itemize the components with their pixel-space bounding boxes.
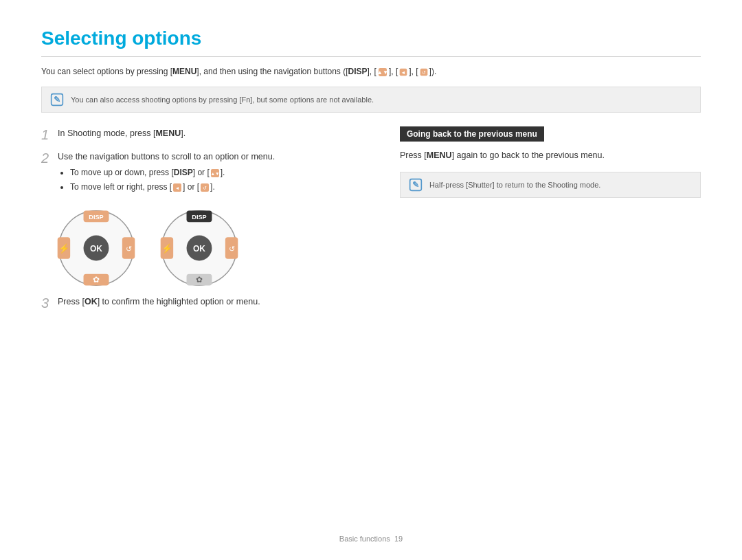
svg-text:◄: ◄ — [175, 186, 180, 190]
svg-text:✎: ✎ — [412, 180, 419, 189]
step-2-num: 2 — [41, 150, 52, 166]
previous-menu-text: Press [MENU] again to go back to the pre… — [400, 148, 701, 162]
note-text-2: Half-press [Shutter] to return to the Sh… — [429, 181, 600, 189]
intro-text: You can select options by pressing [MENU… — [41, 65, 701, 78]
page-title: Selecting options — [41, 27, 701, 49]
note-box-2: ✎ Half-press [Shutter] to return to the … — [400, 172, 701, 198]
svg-text:↺: ↺ — [422, 69, 426, 75]
step-2: 2 Use the navigation buttons to scroll t… — [41, 150, 372, 195]
step-1: 1 In Shooting mode, press [MENU]. — [41, 126, 372, 143]
footer-text: Basic functions — [339, 535, 390, 543]
note-text-1: You can also access shooting options by … — [71, 96, 374, 104]
dial-2: DISP ✿ ⚡ ↺ OK — [158, 207, 240, 289]
svg-text:DISP: DISP — [89, 213, 104, 220]
dial-1: DISP ✿ ⚡ ↺ OK — [55, 207, 137, 289]
right-column: Going back to the previous menu Press [M… — [400, 126, 701, 317]
svg-text:DISP: DISP — [192, 213, 207, 220]
note-box-1: ✎ You can also access shooting options b… — [41, 87, 701, 113]
page-footer: Basic functions 19 — [0, 535, 742, 543]
svg-text:OK: OK — [193, 243, 205, 253]
svg-text:▲▼: ▲▼ — [210, 171, 219, 176]
svg-text:◄: ◄ — [401, 69, 406, 75]
title-divider — [41, 56, 701, 57]
svg-text:↺: ↺ — [126, 244, 132, 252]
previous-menu-title: Going back to the previous menu — [400, 126, 544, 142]
svg-text:✿: ✿ — [196, 274, 203, 284]
step-1-num: 1 — [41, 126, 52, 143]
bullet-2: To move left or right, press [◄] or [↺]. — [70, 181, 275, 194]
svg-text:✿: ✿ — [93, 274, 100, 284]
svg-text:↺: ↺ — [229, 244, 235, 252]
step-3-content: Press [OK] to confirm the highlighted op… — [58, 295, 260, 309]
svg-text:✎: ✎ — [54, 95, 60, 104]
svg-text:⚡: ⚡ — [161, 243, 173, 254]
footer-page: 19 — [394, 535, 403, 543]
diagrams: DISP ✿ ⚡ ↺ OK — [55, 207, 372, 289]
step-3: 3 Press [OK] to confirm the highlighted … — [41, 295, 372, 311]
step-2-bullets: To move up or down, press [DISP] or [▲▼]… — [70, 166, 275, 194]
step-1-content: In Shooting mode, press [MENU]. — [58, 126, 186, 140]
left-column: 1 In Shooting mode, press [MENU]. 2 Use … — [41, 126, 372, 317]
bullet-1: To move up or down, press [DISP] or [▲▼]… — [70, 166, 275, 179]
info-icon-2: ✎ — [409, 178, 423, 192]
svg-text:▲▼: ▲▼ — [377, 69, 388, 76]
step-2-content: Use the navigation buttons to scroll to … — [58, 150, 275, 195]
step-3-num: 3 — [41, 295, 52, 311]
svg-text:↺: ↺ — [203, 186, 207, 190]
svg-text:⚡: ⚡ — [58, 243, 70, 254]
svg-text:OK: OK — [90, 243, 102, 253]
info-icon-1: ✎ — [50, 93, 64, 107]
